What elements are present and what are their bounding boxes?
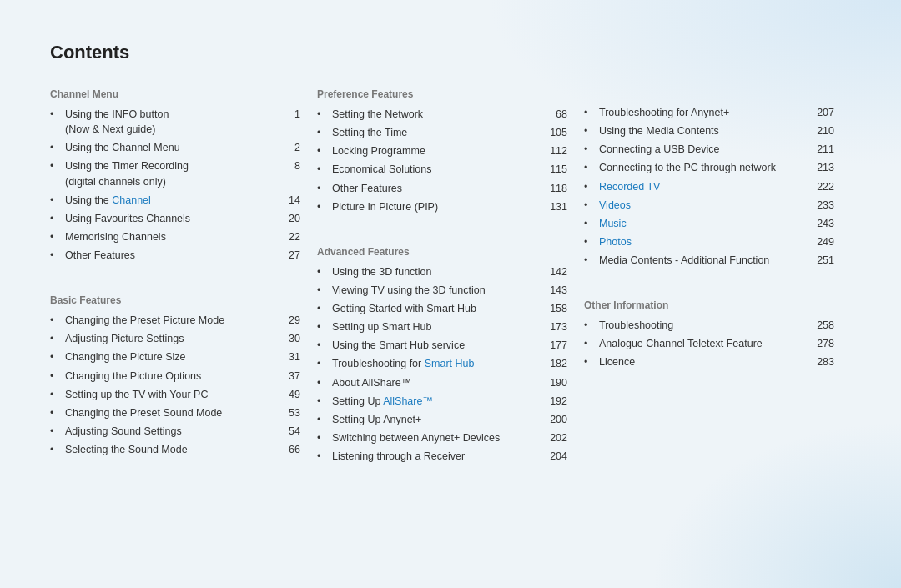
list-item: • Other Features 27 (50, 248, 300, 263)
bullet: • (317, 301, 329, 316)
page-number: 49 (275, 387, 300, 402)
list-item: • Troubleshooting for Smart Hub 182 (317, 356, 567, 371)
page-number: 182 (542, 356, 567, 371)
item-text: Switching between Anynet+ Devices (332, 430, 542, 445)
bullet: • (50, 424, 62, 439)
bullet: • (584, 160, 596, 175)
list-item: • Connecting to the PC through network 2… (584, 160, 834, 175)
item-text: Photos (599, 234, 809, 249)
bullet: • (50, 140, 62, 155)
page-number: 204 (542, 449, 567, 464)
page-number: 1 (275, 107, 300, 122)
section-heading-basic-features: Basic Features (50, 294, 300, 306)
photos-link[interactable]: Photos (599, 236, 632, 248)
page-number: 192 (542, 394, 567, 409)
list-item: • Music 243 (584, 216, 834, 231)
list-item: • Changing the Preset Sound Mode 53 (50, 405, 300, 420)
bullet: • (317, 107, 329, 122)
item-text: Setting the Time (332, 125, 542, 140)
item-text: Using the Smart Hub service (332, 338, 542, 353)
bullet: • (50, 387, 62, 402)
channel-link[interactable]: Channel (112, 194, 151, 206)
smart-hub-link[interactable]: Smart Hub (425, 358, 475, 369)
page-number: 278 (809, 336, 834, 351)
bullet: • (317, 125, 329, 140)
bullet: • (584, 198, 596, 213)
item-text: Licence (599, 354, 809, 369)
page-number: 142 (542, 264, 567, 279)
page-number: 233 (809, 198, 834, 213)
list-item: • Locking Programme 112 (317, 143, 567, 158)
bullet: • (584, 234, 596, 249)
bullet: • (317, 338, 329, 353)
page-number: 112 (542, 143, 567, 158)
section-heading-other-information: Other Information (584, 299, 834, 311)
item-text: Viewing TV using the 3D function (332, 283, 542, 298)
item-text: Getting Started with Smart Hub (332, 301, 542, 316)
list-item: • Using the Channel 14 (50, 193, 300, 208)
list-item: • Memorising Channels 22 (50, 229, 300, 244)
item-text: Using the Channel Menu (65, 140, 275, 155)
page-title: Contents (50, 42, 851, 63)
list-item: • Connecting a USB Device 211 (584, 142, 834, 157)
recorded-tv-link[interactable]: Recorded TV (599, 181, 660, 193)
channel-menu-list: • Using the INFO button(Now & Next guide… (50, 107, 300, 263)
basic-features-list: • Changing the Preset Picture Mode 29 • … (50, 313, 300, 457)
item-text: Setting Up Anynet+ (332, 412, 542, 427)
page-number: 118 (542, 181, 567, 196)
column-1: Channel Menu • Using the INFO button(Now… (50, 88, 317, 460)
page-number: 27 (275, 248, 300, 263)
page-number: 54 (275, 424, 300, 439)
bullet: • (317, 181, 329, 196)
music-link[interactable]: Music (599, 218, 627, 229)
item-text: Using the Media Contents (599, 123, 809, 138)
item-text: Listening through a Receiver (332, 449, 542, 464)
item-text: Setting up Smart Hub (332, 319, 542, 334)
list-item: • Getting Started with Smart Hub 158 (317, 301, 567, 316)
item-text: Analogue Channel Teletext Feature (599, 336, 809, 351)
other-information-list: • Troubleshooting 258 • Analogue Channel… (584, 318, 834, 369)
list-item: • Setting Up Anynet+ 200 (317, 412, 567, 427)
page-container: Contents Channel Menu • Using the INFO b… (0, 0, 901, 500)
page-number: 243 (809, 216, 834, 231)
bullet: • (50, 369, 62, 384)
item-text: Connecting to the PC through network (599, 160, 809, 175)
list-item: • Picture In Picture (PIP) 131 (317, 199, 567, 214)
page-number: 8 (275, 158, 300, 173)
page-number: 158 (542, 301, 567, 316)
list-item: • Adjusting Sound Settings 54 (50, 424, 300, 439)
item-text: Troubleshooting for Smart Hub (332, 356, 542, 371)
page-number: 202 (542, 430, 567, 445)
list-item: • Listening through a Receiver 204 (317, 449, 567, 464)
list-item: • Setting the Network 68 (317, 107, 567, 122)
list-item: • Photos 249 (584, 234, 834, 249)
page-number: 210 (809, 123, 834, 138)
list-item: • Using the 3D function 142 (317, 264, 567, 279)
list-item: • Media Contents - Additional Function 2… (584, 253, 834, 268)
page-number: 22 (275, 229, 300, 244)
list-item: • Using the Media Contents 210 (584, 123, 834, 138)
list-item: • Setting up Smart Hub 173 (317, 319, 567, 334)
page-number: 207 (809, 105, 834, 120)
list-item: • Setting the Time 105 (317, 125, 567, 140)
bullet: • (50, 229, 62, 244)
page-number: 283 (809, 354, 834, 369)
page-number: 200 (542, 412, 567, 427)
page-number: 249 (809, 234, 834, 249)
bullet: • (50, 158, 62, 173)
list-item: • Videos 233 (584, 198, 834, 213)
item-text: Using the INFO button(Now & Next guide) (65, 107, 275, 137)
item-text: Other Features (65, 248, 275, 263)
videos-link[interactable]: Videos (599, 199, 631, 211)
allshare-link[interactable]: AllShare™ (383, 395, 433, 407)
page-number: 37 (275, 369, 300, 384)
media-contents-list: • Troubleshooting for Anynet+ 207 • Usin… (584, 105, 834, 268)
page-number: 53 (275, 405, 300, 420)
page-number: 173 (542, 319, 567, 334)
page-number: 68 (542, 107, 567, 122)
bullet: • (50, 442, 62, 457)
list-item: • Using the INFO button(Now & Next guide… (50, 107, 300, 137)
item-text: Economical Solutions (332, 162, 542, 177)
bullet: • (317, 199, 329, 214)
list-item: • Using the Smart Hub service 177 (317, 338, 567, 353)
